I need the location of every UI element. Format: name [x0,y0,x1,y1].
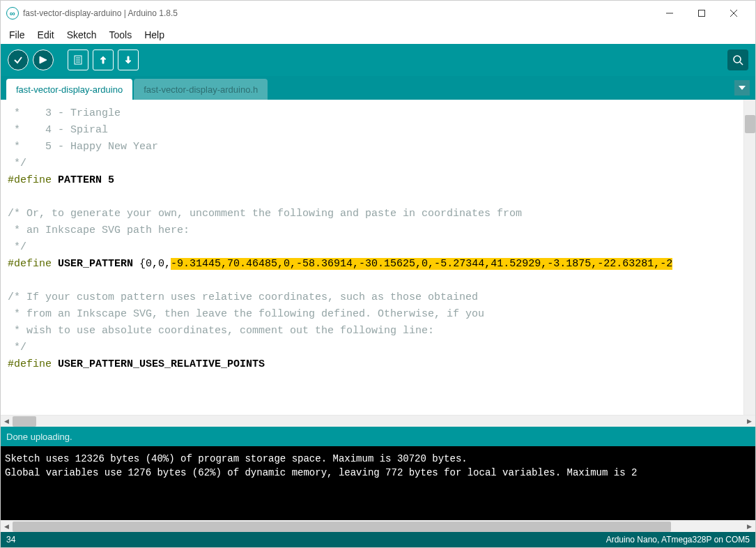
menubar: File Edit Sketch Tools Help [1,26,755,44]
menu-file[interactable]: File [3,28,31,42]
line-number: 34 [6,535,15,545]
verify-button[interactable] [8,50,29,70]
scroll-left-icon[interactable]: ◀ [1,521,13,533]
menu-tools[interactable]: Tools [104,28,138,42]
minimize-button[interactable] [654,1,686,26]
menu-help[interactable]: Help [139,28,170,42]
status-text: Done uploading. [6,432,72,442]
output-console[interactable]: Sketch uses 12326 bytes (40%) of program… [1,446,755,520]
arduino-app-icon: ∞ [6,7,19,20]
tab-strip: fast-vector-display-arduino fast-vector-… [1,76,755,100]
scroll-right-icon[interactable]: ▶ [743,416,755,427]
toolbar [1,44,755,76]
menu-edit[interactable]: Edit [32,28,60,42]
save-button[interactable] [118,50,139,70]
scroll-right-icon[interactable]: ▶ [743,521,755,533]
tab-header-file[interactable]: fast-vector-display-arduino.h [134,79,268,100]
maximize-button[interactable] [686,1,718,26]
new-sketch-button[interactable] [68,50,88,70]
close-button[interactable] [718,1,750,26]
svg-rect-1 [699,10,705,17]
scrollbar-thumb[interactable] [745,115,755,133]
tab-menu-button[interactable] [734,80,750,96]
svg-point-11 [734,56,741,63]
serial-monitor-button[interactable] [727,50,748,70]
console-horizontal-scrollbar[interactable]: ◀ ▶ [1,520,755,532]
scrollbar-thumb[interactable] [13,522,671,532]
code-editor-content[interactable]: * 3 - Triangle * 4 - Spiral * 5 - Happy … [1,100,743,415]
svg-line-12 [740,62,743,65]
console-line: Global variables use 1276 bytes (62%) of… [5,467,637,478]
board-info: Arduino Nano, ATmega328P on COM5 [606,535,750,545]
scroll-left-icon[interactable]: ◀ [1,416,13,427]
svg-marker-10 [125,56,131,63]
menu-sketch[interactable]: Sketch [61,28,102,42]
svg-marker-4 [40,56,47,63]
status-bar: Done uploading. [1,427,755,446]
upload-button[interactable] [33,50,54,70]
svg-marker-9 [100,56,106,63]
editor-horizontal-scrollbar[interactable]: ◀ ▶ [1,415,755,427]
window-title: fast-vector-display-arduino | Arduino 1.… [23,8,178,18]
window-titlebar: ∞ fast-vector-display-arduino | Arduino … [1,1,755,26]
code-editor[interactable]: * 3 - Triangle * 4 - Spiral * 5 - Happy … [1,100,755,415]
svg-marker-13 [739,86,746,90]
editor-vertical-scrollbar[interactable] [743,100,755,415]
tab-main-sketch[interactable]: fast-vector-display-arduino [6,79,132,100]
open-button[interactable] [93,50,114,70]
footer-bar: 34 Arduino Nano, ATmega328P on COM5 [1,532,755,547]
console-line: Sketch uses 12326 bytes (40%) of program… [5,453,468,464]
scrollbar-thumb[interactable] [13,416,36,427]
